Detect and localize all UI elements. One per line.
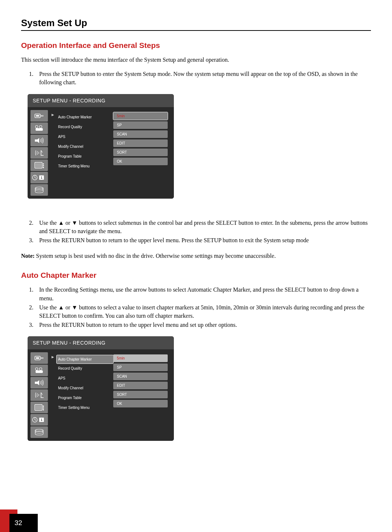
svg-rect-6 xyxy=(36,128,43,131)
osd-label-aps: APS xyxy=(57,132,113,142)
disc-icon xyxy=(30,352,48,364)
down-arrow-icon: ▼ xyxy=(72,220,78,226)
svg-rect-10 xyxy=(43,163,44,165)
osd-value-edit: EDIT xyxy=(113,382,168,389)
svg-rect-23 xyxy=(35,382,37,384)
section1-step2: Use the ▲ or ▼ buttons to select submenu… xyxy=(35,219,371,235)
osd-setup-menu-1: SETUP MENU - RECORDING xyxy=(28,94,174,199)
svg-rect-18 xyxy=(41,357,42,359)
section1-step1: Press the SETUP button to enter the Syst… xyxy=(35,70,371,86)
antenna-icon xyxy=(30,389,48,401)
clock-icon: 1 xyxy=(30,172,48,183)
osd-title: SETUP MENU - RECORDING xyxy=(28,336,174,349)
osd-label-aps: APS xyxy=(57,373,113,383)
osd-label-program-table: Program Table xyxy=(57,151,113,161)
osd-label-auto-chapter: Auto Chapter Marker xyxy=(57,112,113,122)
osd-label-record-quality: Record Quality xyxy=(57,122,113,132)
page-number: 32 xyxy=(9,514,38,532)
section1-intro: This section will introduce the menu int… xyxy=(21,56,371,64)
up-arrow-icon: ▲ xyxy=(58,304,64,310)
svg-rect-2 xyxy=(41,115,42,117)
svg-rect-11 xyxy=(43,165,44,166)
osd-value-sp: SP xyxy=(113,121,168,129)
svg-rect-1 xyxy=(36,115,39,117)
clock-badge: 1 xyxy=(39,175,44,180)
svg-rect-7 xyxy=(35,139,37,142)
svg-point-4 xyxy=(36,125,38,128)
osd-value-ok: OK xyxy=(113,400,168,407)
osd-title: SETUP MENU - RECORDING xyxy=(28,94,174,107)
down-arrow-icon: ▼ xyxy=(72,304,78,310)
osd-pointer-icon: ▶ xyxy=(52,110,57,196)
osd-setup-menu-2: SETUP MENU - RECORDING xyxy=(28,336,174,441)
osd-label-timer-setting: Timer Setting Menu xyxy=(57,161,113,171)
hdd-icon xyxy=(30,184,48,196)
svg-rect-9 xyxy=(36,163,41,167)
hdd-icon xyxy=(30,426,48,438)
section2-step1: In the Recording Settings menu, use the … xyxy=(35,285,371,302)
osd-value-scan: SCAN xyxy=(113,373,168,380)
section2-step2: Use the ▲ or ▼ buttons to select a value… xyxy=(35,303,371,320)
osd-label-record-quality: Record Quality xyxy=(57,364,113,373)
svg-point-20 xyxy=(36,368,38,370)
svg-rect-25 xyxy=(36,405,41,410)
section-operation-title: Operation Interface and General Steps xyxy=(21,41,371,50)
osd-label-modify-channel: Modify Channel xyxy=(57,383,113,393)
svg-rect-12 xyxy=(43,167,44,168)
section2-step3: Press the RETURN button to return to the… xyxy=(35,321,371,329)
section1-steps-continued: Use the ▲ or ▼ buttons to select submenu… xyxy=(28,219,371,245)
section1-step3: Press the RETURN button to return to the… xyxy=(35,236,371,244)
audio-icon xyxy=(30,377,48,389)
tv-icon xyxy=(30,402,48,413)
svg-point-5 xyxy=(40,125,42,128)
section1-steps: Press the SETUP button to enter the Syst… xyxy=(28,70,371,86)
svg-rect-17 xyxy=(36,357,39,359)
up-arrow-icon: ▲ xyxy=(58,220,64,226)
osd-label-auto-chapter: Auto Chapter Marker xyxy=(57,355,113,364)
osd-label-program-table: Program Table xyxy=(57,393,113,403)
audio-icon xyxy=(30,135,48,146)
svg-rect-27 xyxy=(43,407,44,409)
camera-icon xyxy=(30,122,48,134)
osd-value-sort: SORT xyxy=(113,149,168,156)
osd-value-5min: 5min xyxy=(113,112,168,120)
osd-value-5min: 5min xyxy=(113,354,168,362)
svg-rect-28 xyxy=(43,409,44,410)
section2-steps: In the Recording Settings menu, use the … xyxy=(28,285,371,329)
osd-label-timer-setting: Timer Setting Menu xyxy=(57,403,113,413)
disc-icon xyxy=(30,110,48,122)
clock-badge: 1 xyxy=(39,418,44,422)
osd-value-scan: SCAN xyxy=(113,130,168,138)
osd-value-ok: OK xyxy=(113,158,168,165)
osd-value-sp: SP xyxy=(113,364,168,371)
svg-rect-3 xyxy=(42,115,43,117)
osd-label-modify-channel: Modify Channel xyxy=(57,142,113,151)
camera-icon xyxy=(30,365,48,376)
osd-value-edit: EDIT xyxy=(113,139,168,147)
svg-point-21 xyxy=(40,368,42,370)
page-footer: 32 xyxy=(0,507,58,532)
svg-rect-26 xyxy=(43,406,44,407)
page-title: System Set Up xyxy=(21,17,371,31)
note-label: Note: xyxy=(21,253,34,259)
tv-icon xyxy=(30,159,48,171)
osd-pointer-icon: ▶ xyxy=(52,352,57,438)
section1-note: Note: System setup is best used with no … xyxy=(21,252,371,260)
osd-value-sort: SORT xyxy=(113,391,168,398)
clock-icon: 1 xyxy=(30,414,48,426)
svg-rect-19 xyxy=(42,357,43,359)
section-auto-chapter-title: Auto Chapter Marker xyxy=(21,271,371,280)
svg-rect-22 xyxy=(36,370,43,373)
antenna-icon xyxy=(30,147,48,159)
